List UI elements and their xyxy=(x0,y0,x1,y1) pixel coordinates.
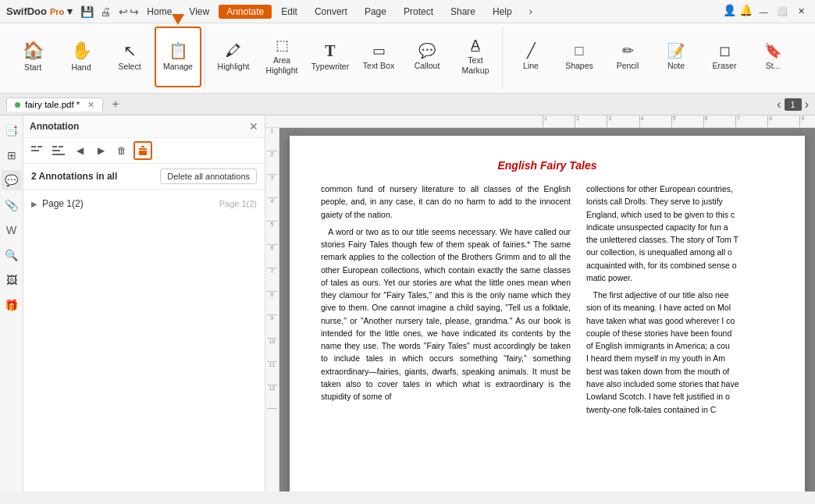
sidebar-item-word[interactable]: W xyxy=(2,220,22,240)
save-icon[interactable]: 💾 xyxy=(80,5,94,18)
shrink-all-button[interactable] xyxy=(28,141,47,160)
v-ruler-mark: 11 xyxy=(267,362,277,385)
v-ruler-mark: 9 xyxy=(267,315,277,339)
minimize-button[interactable]: — xyxy=(756,4,771,20)
sidebar-item-attachments[interactable]: 📎 xyxy=(2,195,22,215)
v-ruler-mark: 12 xyxy=(267,385,277,409)
close-button[interactable]: ✕ xyxy=(793,4,809,20)
text-box-button[interactable]: ▭ Text Box xyxy=(355,27,402,87)
print-icon[interactable]: 🖨 xyxy=(100,5,111,18)
panel-content: ▶ Page 1(2) Page 1(2) xyxy=(23,190,265,492)
eraser-button[interactable]: ◻ Eraser xyxy=(701,27,748,87)
v-ruler-mark: 6 xyxy=(267,245,277,268)
area-highlight-button[interactable]: ⬚ Area Highlight xyxy=(258,27,305,87)
undo-icon[interactable]: ↩ xyxy=(119,5,128,18)
menu-edit[interactable]: Edit xyxy=(273,5,305,19)
line-button[interactable]: ╱ Line xyxy=(507,27,554,87)
menu-view[interactable]: View xyxy=(181,5,217,19)
menu-protect[interactable]: Protect xyxy=(396,5,441,19)
line-label: Line xyxy=(523,61,539,71)
v-ruler-mark: 8 xyxy=(267,292,277,315)
menu-convert[interactable]: Convert xyxy=(307,5,355,19)
delete-annotation-button[interactable]: 🗑 xyxy=(112,141,131,160)
manage-button[interactable]: 📋 Manage xyxy=(155,27,201,87)
typewriter-button[interactable]: T Typewriter xyxy=(307,27,354,87)
notification-icon[interactable]: 🔔 xyxy=(739,4,753,20)
note-button[interactable]: 📝 Note xyxy=(653,27,699,87)
sidebar-item-thumbnails[interactable]: ⊞ xyxy=(2,145,22,165)
delete-all-annotations-button[interactable]: Delete all annotations xyxy=(160,169,257,184)
app-name: SwifDoo xyxy=(6,5,47,17)
svg-rect-6 xyxy=(52,154,65,155)
ruler-mark: 9 xyxy=(799,115,815,127)
pdf-page: English Fairy Tales common fund of nurse… xyxy=(290,136,805,492)
text-box-label: Text Box xyxy=(363,61,394,71)
tab-dot xyxy=(15,102,20,108)
svg-rect-5 xyxy=(59,146,63,147)
menu-annotate[interactable]: Annotate xyxy=(219,5,272,19)
app-logo: SwifDooPro ▾ xyxy=(6,5,73,17)
panel-close-button[interactable]: ✕ xyxy=(249,120,258,133)
svg-rect-2 xyxy=(37,146,42,147)
sidebar-item-search[interactable]: 🔍 xyxy=(2,245,22,265)
sidebar-item-image[interactable]: 🖼 xyxy=(2,270,22,290)
app-dropdown[interactable]: ▾ xyxy=(67,5,73,17)
page-next-icon[interactable]: › xyxy=(805,98,809,112)
menu-share[interactable]: Share xyxy=(443,5,483,19)
pdf-left-column: common fund of nursery literature to all… xyxy=(321,183,571,416)
next-annotation-button[interactable]: ▶ xyxy=(91,141,110,160)
prev-annotation-button[interactable]: ◀ xyxy=(70,141,89,160)
callout-button[interactable]: 💬 Callout xyxy=(404,27,450,87)
pdf-left-text-2: A word or two as to our title seems nece… xyxy=(321,225,571,403)
text-markup-button[interactable]: A Text Markup xyxy=(452,27,499,87)
redo-icon[interactable]: ↪ xyxy=(130,5,139,18)
ruler-mark: 2 xyxy=(575,115,607,127)
menu-page[interactable]: Page xyxy=(357,5,394,19)
pencil-button[interactable]: ✏ Pencil xyxy=(604,27,651,87)
pdf-row: 1 2 3 4 5 6 7 8 9 10 11 12 xyxy=(265,128,815,492)
start-icon: 🏠 xyxy=(23,42,44,59)
highlight-button[interactable]: 🖍 Highlight xyxy=(210,27,257,87)
shapes-button[interactable]: □ Shapes xyxy=(556,27,603,87)
page-prev-icon[interactable]: ‹ xyxy=(777,98,781,112)
title-bar: SwifDooPro ▾ 💾 🖨 ↩ ↪ Home View Annotate … xyxy=(0,0,815,23)
manage-icon: 📋 xyxy=(169,43,188,59)
shapes-icon: □ xyxy=(575,44,584,58)
sidebar-item-gift[interactable]: 🎁 xyxy=(2,295,22,315)
new-tab-button[interactable]: ＋ xyxy=(109,96,122,112)
pencil-icon: ✏ xyxy=(622,44,634,58)
highlight-label: Highlight xyxy=(218,62,250,72)
note-icon: 📝 xyxy=(667,44,685,58)
toolbar: 🏠 Start ✋ Hand ↖ Select 📋 Manage 🖍 Highl… xyxy=(0,23,815,94)
annotation-count-row: 2 Annotations in all Delete all annotati… xyxy=(23,164,265,190)
svg-rect-7 xyxy=(139,148,147,150)
shapes-label: Shapes xyxy=(565,61,593,71)
pencil-label: Pencil xyxy=(617,61,639,71)
ruler-mark: 3 xyxy=(607,115,639,127)
select-button[interactable]: ↖ Select xyxy=(106,27,153,87)
annotation-page-item[interactable]: ▶ Page 1(2) Page 1(2) xyxy=(23,194,265,213)
pdf-viewer[interactable]: English Fairy Tales common fund of nurse… xyxy=(279,128,815,492)
stamp-button[interactable]: 🔖 St... xyxy=(749,27,796,87)
expand-all-button[interactable] xyxy=(49,141,68,160)
svg-rect-0 xyxy=(31,146,36,147)
maximize-button[interactable]: ⬜ xyxy=(774,4,790,20)
text-markup-label: Text Markup xyxy=(456,55,495,75)
delete-all-button[interactable] xyxy=(133,141,152,160)
tab-close-icon[interactable]: ✕ xyxy=(87,100,94,110)
menu-help[interactable]: Help xyxy=(485,5,520,19)
sidebar-item-comments[interactable]: 💬 xyxy=(2,170,22,190)
page-item-ref: Page 1(2) xyxy=(219,199,257,208)
hand-button[interactable]: ✋ Hand xyxy=(58,27,105,87)
menu-more[interactable]: › xyxy=(521,5,540,19)
text-box-icon: ▭ xyxy=(372,44,386,58)
toolbar-group-annotate: 🖍 Highlight ⬚ Area Highlight T Typewrite… xyxy=(207,27,503,90)
pdf-right-column: collections for other European countries… xyxy=(586,183,774,416)
undo-redo: ↩ ↪ xyxy=(119,5,139,18)
sidebar-item-pages[interactable]: 📑 xyxy=(2,120,22,140)
v-ruler-mark: 4 xyxy=(267,198,277,222)
tab-fairy-tale[interactable]: fairy tale.pdf * ✕ xyxy=(6,98,103,112)
start-button[interactable]: 🏠 Start xyxy=(9,27,56,87)
account-icon[interactable]: 👤 xyxy=(723,4,736,20)
page-item-arrow: ▶ xyxy=(31,200,37,208)
